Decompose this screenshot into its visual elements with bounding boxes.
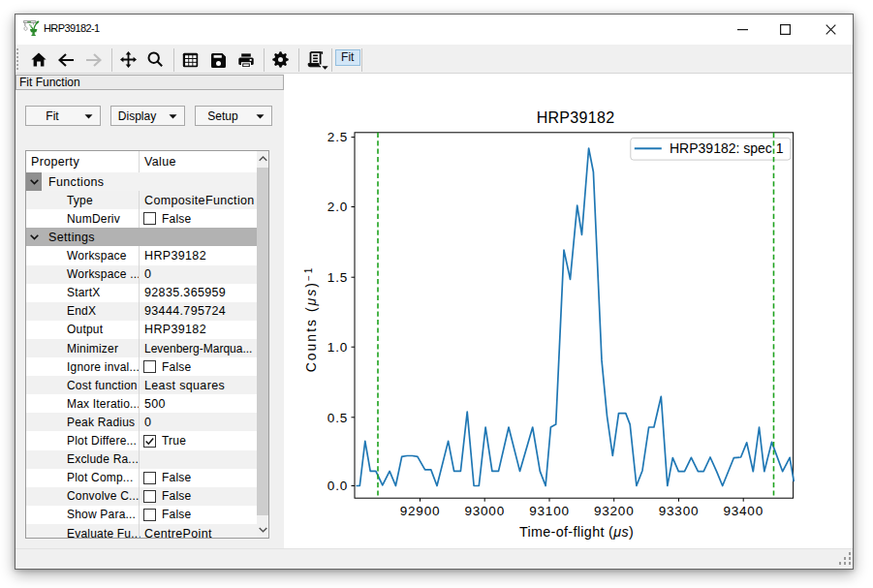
svg-text:2.0: 2.0 — [327, 200, 348, 214]
svg-text:0.0: 0.0 — [327, 479, 348, 493]
svg-text:92900: 92900 — [400, 504, 441, 518]
svg-text:1.5: 1.5 — [327, 270, 348, 285]
svg-text:93200: 93200 — [594, 504, 635, 518]
svg-text:93400: 93400 — [723, 504, 764, 518]
svg-text:HRP39182: HRP39182 — [537, 109, 615, 126]
svg-text:93000: 93000 — [464, 504, 505, 518]
svg-text:0.5: 0.5 — [327, 411, 348, 425]
svg-text:Counts (μs)−1: Counts (μs)−1 — [303, 266, 320, 373]
svg-text:HRP39182: spec 1: HRP39182: spec 1 — [670, 140, 784, 156]
svg-text:2.5: 2.5 — [327, 130, 348, 144]
svg-text:93100: 93100 — [529, 504, 570, 518]
svg-text:93300: 93300 — [659, 504, 700, 518]
svg-text:1.0: 1.0 — [327, 340, 348, 355]
svg-text:Time-of-flight (μs): Time-of-flight (μs) — [519, 524, 634, 540]
